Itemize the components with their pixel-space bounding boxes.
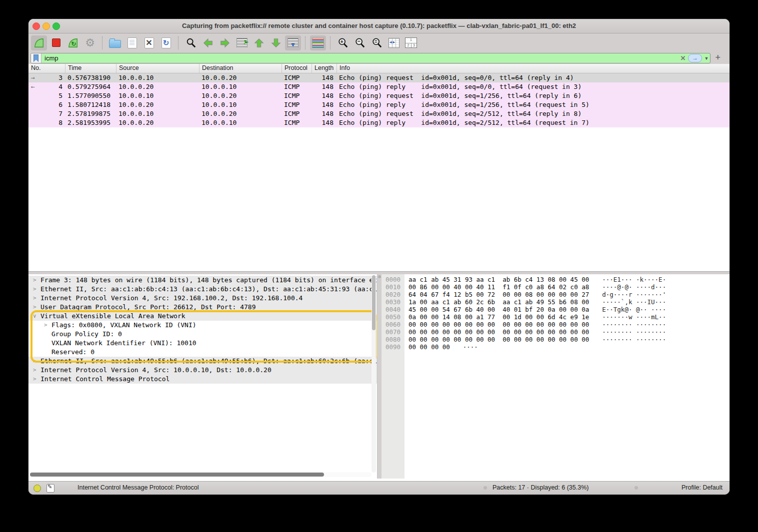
expander-icon[interactable]: >	[33, 276, 36, 285]
hex-row[interactable]: 00301a 00 aa c1 ab 60 2c 6b aa c1 ab 49 …	[382, 298, 730, 306]
close-file-button[interactable]: ✕	[141, 35, 157, 50]
detail-row-vxlan[interactable]: ∨Virtual eXtensible Local Area Network	[28, 312, 377, 321]
col-header-no[interactable]: No.	[28, 64, 65, 73]
col-header-protocol[interactable]: Protocol	[282, 64, 312, 73]
hex-row[interactable]: 009000 00 00 00····	[382, 343, 730, 351]
svg-text:−: −	[358, 38, 360, 44]
zoom-out-icon: −	[354, 37, 366, 48]
toolbar-separator	[330, 36, 331, 49]
packet-row[interactable]: 7 2.578199875 10.0.0.10 10.0.0.20 ICMP 1…	[28, 109, 730, 118]
filter-apply-button[interactable]: →	[688, 54, 702, 62]
layout-button[interactable]: 123	[403, 35, 419, 50]
stop-capture-button[interactable]	[48, 35, 64, 50]
col-header-length[interactable]: Length	[312, 64, 336, 73]
scrollbar-thumb[interactable]	[30, 473, 324, 477]
expander-icon[interactable]: ∨	[33, 312, 36, 321]
zoom-out-button[interactable]: −	[352, 35, 368, 50]
auto-scroll-button[interactable]: ▼	[285, 35, 301, 50]
colorize-icon	[312, 38, 324, 48]
expander-icon[interactable]: >	[33, 357, 36, 366]
detail-row-vxlan-group-policy[interactable]: Group Policy ID: 0	[28, 330, 377, 339]
detail-row-vxlan-reserved[interactable]: Reserved: 0	[28, 348, 377, 357]
title-bar[interactable]: Capturing from packetflix:// remote clus…	[28, 19, 730, 33]
profile-status[interactable]: Profile: Default	[682, 484, 722, 491]
hex-row[interactable]: 006000 00 00 00 00 00 00 00 00 00 00 00 …	[382, 321, 730, 328]
packet-row[interactable]: ←4 0.579275964 10.0.0.20 10.0.0.10 ICMP …	[28, 82, 730, 91]
filter-add-button[interactable]: +	[715, 53, 720, 62]
expander-icon[interactable]: >	[33, 366, 36, 375]
packet-bytes-pane: 0000aa c1 ab 45 31 93 aa c1 ab 6b c4 13 …	[382, 274, 730, 479]
zoom-in-button[interactable]: +	[335, 35, 351, 50]
display-filter-input[interactable]: icmp	[42, 54, 679, 62]
expander-icon[interactable]: >	[44, 321, 48, 330]
hex-row[interactable]: 007000 00 00 00 00 00 00 00 00 00 00 00 …	[382, 328, 730, 336]
col-header-info[interactable]: Info	[336, 64, 730, 73]
hex-row[interactable]: 0000aa c1 ab 45 31 93 aa c1 ab 6b c4 13 …	[382, 276, 730, 283]
display-filter-field[interactable]: icmp ✕ → ▼	[30, 53, 710, 63]
filter-clear-button[interactable]: ✕	[679, 54, 687, 62]
details-horizontal-scrollbar[interactable]	[30, 472, 372, 477]
hex-row[interactable]: 00500a 00 00 14 08 00 a1 77 00 1d 00 00 …	[382, 313, 730, 321]
window-title: Capturing from packetflix:// remote clus…	[28, 22, 730, 29]
detail-row-vxlan-vni[interactable]: VXLAN Network Identifier (VNI): 10010	[28, 339, 377, 348]
save-file-button[interactable]	[124, 35, 140, 50]
down-arrow-icon	[270, 37, 282, 48]
go-last-packet-button[interactable]	[268, 35, 284, 50]
go-to-packet-button[interactable]: ➤	[234, 35, 250, 50]
filter-bookmark-button[interactable]	[31, 53, 42, 63]
scrollbar-thumb[interactable]	[372, 275, 376, 330]
detail-row-ethernet-inner[interactable]: >Ethernet II, Src: aa:c1:ab:49:55:b6 (aa…	[28, 357, 377, 366]
reload-file-button[interactable]: ↻	[158, 35, 174, 50]
capture-comment-icon[interactable]	[46, 484, 54, 493]
col-header-source[interactable]: Source	[116, 64, 199, 73]
packet-list-header[interactable]: No. Time Source Destination Protocol Len…	[28, 64, 730, 73]
packet-row[interactable]: 5 1.577090550 10.0.0.10 10.0.0.20 ICMP 1…	[28, 91, 730, 100]
restart-fin-icon: ↻	[68, 37, 78, 48]
hex-row[interactable]: 004045 00 00 54 67 6b 40 00 40 01 bf 20 …	[382, 306, 730, 313]
details-vertical-scrollbar[interactable]	[372, 275, 376, 473]
hex-row[interactable]: 008000 00 00 00 00 00 00 00 00 00 00 00 …	[382, 336, 730, 343]
zoom-in-icon: +	[338, 37, 348, 48]
col-header-time[interactable]: Time	[65, 64, 116, 73]
expander-icon[interactable]: >	[33, 285, 36, 294]
toolbar-separator	[305, 36, 306, 49]
detail-row-frame[interactable]: >Frame 3: 148 bytes on wire (1184 bits),…	[28, 276, 377, 285]
goto-packet-icon: ➤	[236, 38, 248, 47]
filter-bar: icmp ✕ → ▼ +	[28, 52, 730, 64]
resize-columns-button[interactable]	[386, 35, 402, 50]
go-first-packet-button[interactable]	[251, 35, 267, 50]
capture-options-button[interactable]: ⚙	[82, 35, 98, 50]
find-packet-button[interactable]	[183, 35, 199, 50]
vertical-splitter[interactable]	[378, 274, 382, 479]
packet-row[interactable]: 6 1.580712418 10.0.0.20 10.0.0.10 ICMP 1…	[28, 100, 730, 109]
expander-icon[interactable]: >	[33, 303, 36, 312]
expert-info-icon[interactable]	[34, 485, 41, 492]
start-capture-button[interactable]	[31, 35, 47, 50]
colorize-button[interactable]	[310, 35, 326, 50]
detail-row-ip-outer[interactable]: >Internet Protocol Version 4, Src: 192.1…	[28, 294, 377, 303]
auto-scroll-icon: ▼	[288, 38, 298, 47]
expander-icon[interactable]: >	[33, 375, 36, 384]
hex-row[interactable]: 002064 04 67 f4 12 b5 00 72 00 00 08 00 …	[382, 291, 730, 298]
open-file-button[interactable]	[107, 35, 123, 50]
go-back-button[interactable]	[200, 35, 216, 50]
expander-icon[interactable]: >	[33, 294, 36, 303]
detail-row-ip-inner[interactable]: >Internet Protocol Version 4, Src: 10.0.…	[28, 366, 377, 375]
restart-capture-button[interactable]: ↻	[65, 35, 81, 50]
packet-row[interactable]: 8 2.581953995 10.0.0.20 10.0.0.10 ICMP 1…	[28, 118, 730, 127]
detail-row-icmp[interactable]: >Internet Control Message Protocol	[28, 375, 377, 384]
detail-row-vxlan-flags[interactable]: >Flags: 0x0800, VXLAN Network ID (VNI)	[28, 321, 377, 330]
detail-row-ethernet-outer[interactable]: >Ethernet II, Src: aa:c1:ab:6b:c4:13 (aa…	[28, 285, 377, 294]
go-forward-button[interactable]	[217, 35, 233, 50]
forward-arrow-icon	[220, 37, 230, 48]
zoom-reset-button[interactable]: =	[369, 35, 385, 50]
svg-text:=: =	[374, 39, 377, 44]
col-header-destination[interactable]: Destination	[199, 64, 282, 73]
filter-dropdown-caret[interactable]: ▼	[703, 56, 710, 61]
packet-row[interactable]: →3 0.576738190 10.0.0.10 10.0.0.20 ICMP …	[28, 73, 730, 82]
zoom-reset-icon: =	[372, 37, 382, 48]
main-toolbar: ↻ ⚙ ✕ ↻ ➤	[28, 33, 730, 52]
toolbar-separator	[102, 36, 103, 49]
hex-row[interactable]: 001000 86 00 00 40 00 40 11 f1 0f c0 a8 …	[382, 283, 730, 291]
detail-row-udp[interactable]: >User Datagram Protocol, Src Port: 26612…	[28, 303, 377, 312]
